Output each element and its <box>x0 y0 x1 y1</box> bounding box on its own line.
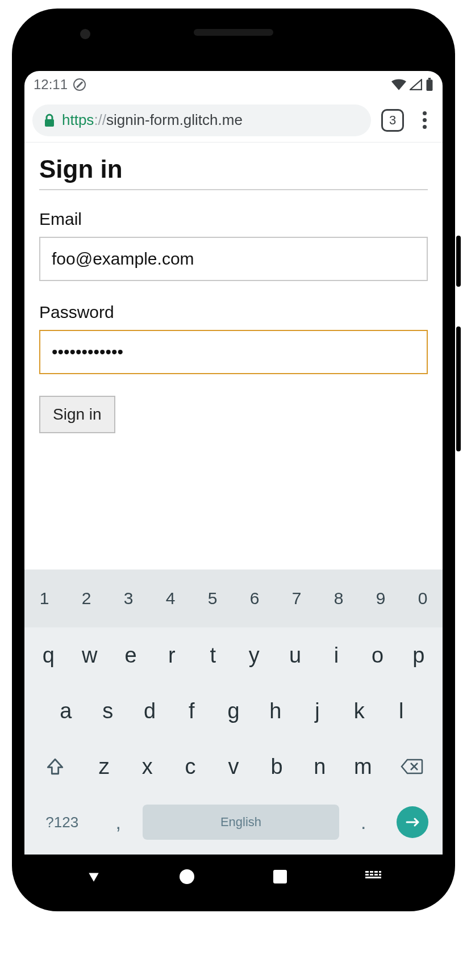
key-q[interactable]: q <box>30 633 66 677</box>
phone-frame: 12:11 <box>12 9 455 911</box>
nav-recents-button[interactable] <box>234 870 327 883</box>
comma-key[interactable]: , <box>99 800 138 844</box>
url-text: https://signin-form.glitch.me <box>62 111 243 129</box>
svg-rect-0 <box>427 79 433 91</box>
key-j[interactable]: j <box>299 689 336 733</box>
key-s[interactable]: s <box>89 689 127 733</box>
battery-icon <box>426 78 433 91</box>
volume-button <box>456 326 461 451</box>
circle-icon <box>180 869 194 884</box>
url-scheme: https <box>62 111 94 128</box>
email-label: Email <box>39 210 428 229</box>
cell-signal-icon <box>410 79 422 90</box>
key-z[interactable]: z <box>85 744 123 789</box>
svg-rect-7 <box>365 874 369 876</box>
key-8[interactable]: 8 <box>320 576 357 621</box>
status-bar: 12:11 <box>24 71 443 98</box>
key-3[interactable]: 3 <box>110 576 147 621</box>
square-icon <box>273 870 287 883</box>
svg-rect-11 <box>365 877 381 878</box>
key-h[interactable]: h <box>257 689 294 733</box>
svg-rect-2 <box>45 119 54 127</box>
email-field-group: Email <box>39 210 428 281</box>
key-6[interactable]: 6 <box>236 576 273 621</box>
key-v[interactable]: v <box>214 744 253 789</box>
svg-rect-1 <box>428 78 431 79</box>
key-5[interactable]: 5 <box>194 576 231 621</box>
enter-key[interactable] <box>387 806 437 838</box>
svg-rect-10 <box>379 874 381 876</box>
key-0[interactable]: 0 <box>404 576 441 621</box>
nav-back-button[interactable] <box>47 869 140 884</box>
url-host: signin-form.glitch.me <box>106 111 243 128</box>
key-7[interactable]: 7 <box>278 576 315 621</box>
shift-key[interactable] <box>30 744 80 789</box>
svg-rect-3 <box>365 871 369 873</box>
key-t[interactable]: t <box>195 633 231 677</box>
key-k[interactable]: k <box>340 689 378 733</box>
key-x[interactable]: x <box>128 744 166 789</box>
wifi-icon <box>391 79 406 90</box>
svg-rect-5 <box>374 871 378 873</box>
system-nav-bar <box>24 855 443 899</box>
key-f[interactable]: f <box>173 689 210 733</box>
enter-icon <box>397 806 428 838</box>
soft-keyboard: 1 2 3 4 5 6 7 8 9 0 q w e r t y <box>24 569 443 855</box>
key-r[interactable]: r <box>153 633 190 677</box>
key-o[interactable]: o <box>359 633 395 677</box>
browser-toolbar: https://signin-form.glitch.me 3 <box>24 98 443 143</box>
power-button <box>456 236 461 287</box>
key-i[interactable]: i <box>318 633 355 677</box>
page-content: Sign in Email Password Sign in <box>24 143 443 569</box>
tab-switcher-button[interactable]: 3 <box>381 109 404 132</box>
key-9[interactable]: 9 <box>362 576 399 621</box>
keyboard-number-row: 1 2 3 4 5 6 7 8 9 0 <box>24 569 443 627</box>
key-u[interactable]: u <box>277 633 313 677</box>
key-m[interactable]: m <box>344 744 382 789</box>
nav-keyboard-button[interactable] <box>327 870 420 883</box>
svg-rect-8 <box>370 874 373 876</box>
front-camera <box>80 29 90 39</box>
key-g[interactable]: g <box>215 689 252 733</box>
password-input[interactable] <box>39 330 428 374</box>
email-input[interactable] <box>39 237 428 281</box>
key-4[interactable]: 4 <box>152 576 189 621</box>
url-separator: :// <box>94 111 106 128</box>
keyboard-row-2: q w e r t y u i o p <box>29 627 438 683</box>
svg-rect-9 <box>374 874 378 876</box>
status-time: 12:11 <box>34 77 68 93</box>
keyboard-bottom-row: ?123 , English . <box>29 794 438 850</box>
tab-count: 3 <box>389 113 396 128</box>
key-b[interactable]: b <box>257 744 296 789</box>
key-p[interactable]: p <box>401 633 437 677</box>
period-key[interactable]: . <box>344 800 383 844</box>
key-w[interactable]: w <box>71 633 107 677</box>
keyboard-row-3: a s d f g h j k l <box>29 683 438 739</box>
key-2[interactable]: 2 <box>68 576 105 621</box>
key-1[interactable]: 1 <box>26 576 63 621</box>
key-d[interactable]: d <box>131 689 169 733</box>
svg-rect-6 <box>379 871 381 873</box>
spacebar-key[interactable]: English <box>143 805 339 840</box>
keyboard-row-4: z x c v b n m <box>29 739 438 794</box>
page-title: Sign in <box>39 155 428 190</box>
lock-icon <box>44 114 55 127</box>
speaker-grille <box>194 29 273 36</box>
signin-button[interactable]: Sign in <box>39 396 115 433</box>
backspace-key[interactable] <box>387 744 437 789</box>
do-not-disturb-icon <box>73 78 86 91</box>
key-l[interactable]: l <box>382 689 420 733</box>
nav-home-button[interactable] <box>140 869 234 884</box>
key-y[interactable]: y <box>236 633 272 677</box>
symbols-key[interactable]: ?123 <box>30 800 94 844</box>
address-bar[interactable]: https://signin-form.glitch.me <box>32 104 371 136</box>
key-a[interactable]: a <box>47 689 85 733</box>
key-n[interactable]: n <box>301 744 339 789</box>
more-menu-button[interactable] <box>414 110 435 131</box>
svg-rect-4 <box>370 871 373 873</box>
password-field-group: Password <box>39 303 428 374</box>
password-label: Password <box>39 303 428 322</box>
key-e[interactable]: e <box>112 633 149 677</box>
key-c[interactable]: c <box>171 744 210 789</box>
